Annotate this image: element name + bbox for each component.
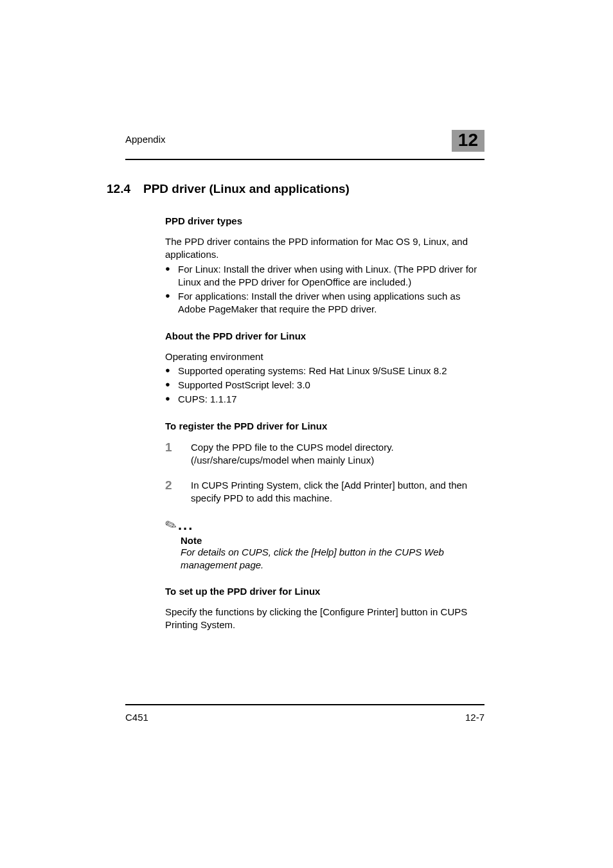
list-item-text: For applications: Install the driver whe… [178, 290, 484, 316]
list-item-text: Supported operating systems: Red Hat Lin… [178, 365, 484, 377]
content-area: Appendix 12 12.4 PPD driver (Linux and a… [125, 134, 484, 635]
list-item: ●For applications: Install the driver wh… [165, 290, 484, 316]
subheading-driver-types: PPD driver types [165, 215, 484, 226]
note-block: ✎... Note For details on CUPS, click the… [165, 517, 484, 572]
note-icon: ✎ [163, 515, 179, 535]
list-item-text: CUPS: 1.1.17 [178, 393, 484, 406]
bullet-list-1: ●For Linux: Install the driver when usin… [165, 263, 484, 316]
note-text: For details on CUPS, click the [Help] bu… [181, 546, 484, 572]
step-list: 1Copy the PPD file to the CUPS model dir… [165, 440, 484, 505]
list-item: ●For Linux: Install the driver when usin… [165, 263, 484, 289]
page-header: Appendix 12 [125, 134, 484, 160]
list-item: ●CUPS: 1.1.17 [165, 393, 484, 406]
footer-model: C451 [125, 712, 148, 723]
subheading-register-linux: To register the PPD driver for Linux [165, 420, 484, 431]
step-text: In CUPS Printing System, click the [Add … [191, 478, 484, 505]
chapter-number-badge: 12 [452, 130, 484, 152]
bullet-icon: ● [165, 379, 178, 390]
footer-page-number: 12-7 [465, 712, 484, 723]
para-setup: Specify the functions by clicking the [C… [165, 606, 484, 632]
note-header-row: ✎... [165, 517, 484, 534]
list-item-text: For Linux: Install the driver when using… [178, 263, 484, 289]
subheading-about-linux: About the PPD driver for Linux [165, 330, 484, 341]
para-operating-env: Operating environment [165, 350, 484, 363]
list-item-text: Supported PostScript level: 3.0 [178, 379, 484, 392]
list-item: ●Supported operating systems: Red Hat Li… [165, 365, 484, 377]
step-item: 1Copy the PPD file to the CUPS model dir… [165, 440, 484, 467]
bullet-icon: ● [165, 365, 178, 376]
bullet-icon: ● [165, 290, 178, 302]
header-label: Appendix [125, 134, 166, 145]
subheading-setup-linux: To set up the PPD driver for Linux [165, 586, 484, 597]
para-intro-1: The PPD driver contains the PPD informat… [165, 235, 484, 262]
document-page: Appendix 12 12.4 PPD driver (Linux and a… [0, 0, 613, 868]
note-dots-icon: ... [178, 517, 193, 534]
list-item: ●Supported PostScript level: 3.0 [165, 379, 484, 392]
footer-rule [125, 704, 484, 705]
section-heading: 12.4 PPD driver (Linux and applications) [107, 182, 484, 196]
footer-row: C451 12-7 [125, 712, 484, 723]
section-number: 12.4 [107, 182, 130, 196]
bullet-icon: ● [165, 393, 178, 404]
page-footer: C451 12-7 [125, 704, 484, 723]
step-number: 1 [165, 441, 191, 453]
header-rule [125, 159, 484, 160]
step-item: 2In CUPS Printing System, click the [Add… [165, 478, 484, 505]
step-number: 2 [165, 479, 191, 491]
bullet-list-2: ●Supported operating systems: Red Hat Li… [165, 365, 484, 406]
section-title-text: PPD driver (Linux and applications) [143, 182, 350, 196]
bullet-icon: ● [165, 263, 178, 275]
note-title: Note [181, 535, 484, 546]
step-text: Copy the PPD file to the CUPS model dire… [191, 440, 484, 467]
body: PPD driver types The PPD driver contains… [165, 215, 484, 632]
